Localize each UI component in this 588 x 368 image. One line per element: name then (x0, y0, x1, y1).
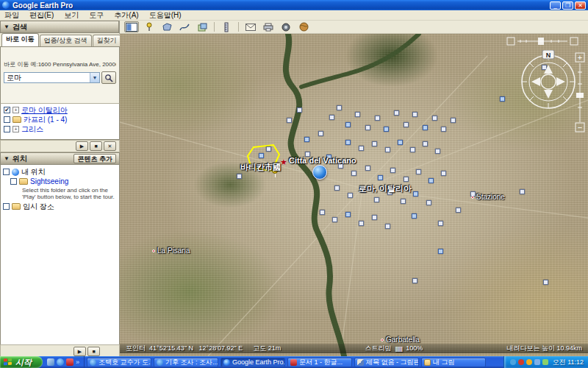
photo-icon[interactable] (423, 141, 428, 146)
photo-icon[interactable] (334, 185, 340, 191)
menu-file[interactable]: 파일 (4, 10, 19, 21)
restore-button[interactable]: ❐ (562, 1, 573, 10)
pan-left-arrow[interactable] (531, 77, 540, 86)
tab-find-businesses[interactable]: 업종/상호 검색 (40, 35, 92, 46)
photo-icon[interactable] (359, 221, 364, 226)
photo-icon[interactable] (404, 177, 409, 182)
collapse-icon[interactable]: ▼ (4, 155, 10, 162)
tilt-slider-handle[interactable] (538, 38, 544, 45)
tray-volume-icon[interactable] (542, 359, 548, 365)
places-item-label[interactable]: 내 위치 (21, 167, 46, 177)
start-button[interactable]: 시작 (0, 356, 43, 368)
tray-update-icon[interactable] (526, 359, 532, 365)
places-item-temporary[interactable]: 임시 장소 (3, 202, 119, 211)
search-result-label[interactable]: 그리스 (21, 124, 43, 135)
places-item-my-places[interactable]: 내 위치 (3, 167, 119, 177)
search-placemark-icon[interactable]: ★ (280, 158, 287, 167)
tray-network-icon[interactable] (510, 359, 516, 365)
photo-icon[interactable] (355, 112, 360, 117)
zoom-slider[interactable]: + − (574, 52, 586, 134)
photo-icon[interactable] (432, 116, 437, 121)
taskbar-task-button[interactable]: 기후 조사 : 조사... (154, 358, 218, 367)
photo-icon[interactable] (404, 122, 409, 127)
photo-icon[interactable] (375, 116, 380, 121)
photo-icon[interactable] (401, 199, 406, 204)
taskbar-task-button[interactable]: 문서 1 - 한글... (287, 358, 352, 367)
photo-icon[interactable] (348, 193, 353, 198)
ruler-button[interactable] (219, 21, 234, 32)
photo-icon[interactable] (372, 141, 377, 146)
search-input-value[interactable]: 로마 (4, 73, 90, 83)
photo-icon[interactable] (345, 122, 351, 127)
photo-icon[interactable] (413, 191, 418, 197)
photo-icon[interactable] (412, 278, 417, 283)
photo-icon[interactable] (390, 168, 395, 173)
photo-icon[interactable] (351, 171, 356, 176)
quick-launch-overflow[interactable]: » (76, 358, 79, 366)
checkbox[interactable] (10, 178, 17, 185)
photo-icon[interactable] (394, 110, 399, 116)
search-result-row[interactable]: 카프리 (1 - 4) (4, 115, 119, 124)
photo-icon[interactable] (385, 147, 390, 152)
photo-icon[interactable] (304, 137, 309, 142)
photo-icon[interactable] (345, 212, 351, 217)
photo-icon[interactable] (398, 140, 403, 145)
photo-icon[interactable] (384, 127, 389, 132)
photo-icon[interactable] (237, 174, 242, 179)
play-tour-button[interactable]: ▶ (76, 141, 88, 151)
photo-icon[interactable] (374, 197, 379, 202)
photo-icon[interactable] (451, 118, 456, 123)
search-result-row[interactable]: + 그리스 (4, 124, 119, 134)
print-button[interactable] (261, 21, 276, 32)
pan-right-arrow[interactable] (556, 77, 565, 86)
email-button[interactable] (243, 21, 258, 32)
search-result-row[interactable]: ✔ + 로마 이탈리아 (4, 105, 119, 115)
add-path-button[interactable] (177, 21, 192, 32)
places-item-sightseeing[interactable]: Sightseeing (3, 177, 119, 186)
photo-icon[interactable] (385, 224, 390, 229)
photo-icon[interactable] (266, 146, 271, 152)
photo-icon[interactable] (318, 131, 323, 136)
photo-icon[interactable] (287, 118, 292, 123)
pan-up-arrow[interactable] (544, 65, 553, 74)
zoom-in-icon[interactable]: + (578, 53, 582, 62)
map-viewport[interactable]: ★ 바티칸市國 Città del Vaticano 로마, 이탈리아 Staz… (120, 34, 588, 356)
photo-icon[interactable] (423, 125, 428, 130)
places-item-label[interactable]: Sightseeing (30, 177, 68, 185)
combo-dropdown-icon[interactable]: ▼ (90, 73, 99, 82)
photo-icon[interactable] (359, 146, 364, 151)
search-button[interactable] (101, 71, 116, 84)
photo-icon[interactable] (456, 208, 461, 213)
expand-icon[interactable]: + (12, 107, 19, 113)
photo-icon[interactable] (337, 105, 342, 110)
compass-navigator[interactable]: N (517, 50, 580, 113)
tray-display-icon[interactable] (534, 359, 540, 365)
photo-icon[interactable] (429, 178, 434, 183)
window-titlebar[interactable]: Google Earth Pro _ ❐ ✕ (0, 0, 588, 10)
taskbar-task-button[interactable]: 제목 없음 - 그림판 (354, 358, 419, 367)
featured-photo-icon[interactable] (312, 165, 327, 180)
search-panel-header[interactable]: ▼ 검색 (0, 21, 119, 33)
photo-icon[interactable] (520, 189, 525, 194)
sidebar-toggle-button[interactable] (124, 21, 139, 32)
places-item-label[interactable]: 임시 장소 (23, 202, 54, 212)
add-polygon-button[interactable] (159, 21, 174, 32)
close-button[interactable]: ✕ (575, 1, 586, 10)
search-input[interactable]: 로마 ▼ (4, 72, 100, 83)
collapse-icon[interactable]: ▼ (4, 24, 10, 30)
tab-directions[interactable]: 길찾기 (93, 35, 121, 46)
checkbox[interactable] (3, 169, 10, 175)
save-image-button[interactable] (279, 21, 293, 32)
tilt-slider[interactable] (506, 36, 579, 46)
stop-tour-button[interactable]: ■ (90, 141, 102, 151)
pan-down-arrow[interactable] (544, 90, 553, 99)
menu-edit[interactable]: 편집(E) (29, 10, 54, 21)
menu-view[interactable]: 보기 (64, 10, 79, 21)
menu-tools[interactable]: 도구 (89, 10, 104, 21)
zoom-out-icon[interactable]: − (578, 123, 582, 132)
minimize-button[interactable]: _ (550, 1, 561, 10)
photo-icon[interactable] (412, 112, 417, 117)
search-result-label[interactable]: 카프리 (1 - 4) (24, 115, 67, 125)
photo-icon[interactable] (320, 210, 325, 215)
view-in-google-maps-button[interactable] (296, 21, 311, 32)
